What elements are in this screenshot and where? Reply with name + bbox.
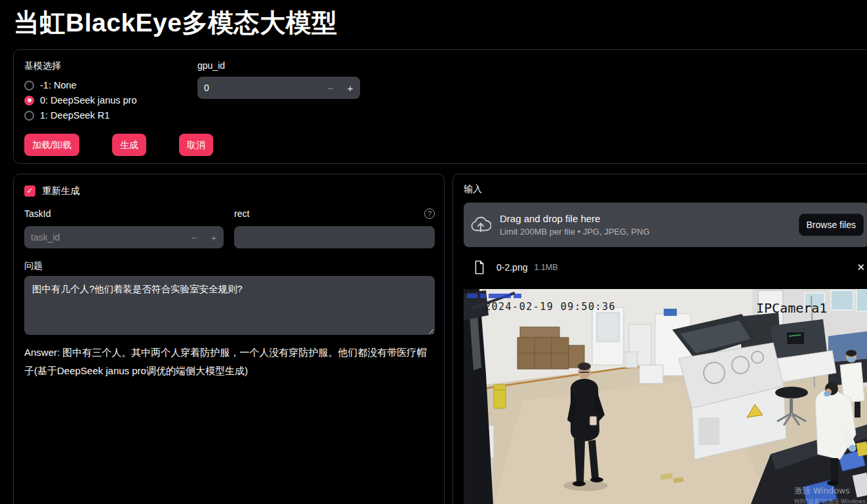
file-size: 1.1MB	[534, 263, 557, 272]
gpu-id-stepper: − +	[197, 77, 360, 99]
action-button-row: 加载/卸载 生成 取消	[24, 134, 213, 156]
file-document-icon	[474, 260, 485, 275]
model-config-panel: 基模选择 -1: None 0: DeepSeek janus pro 1: D…	[13, 49, 867, 164]
yellow-bin	[494, 385, 506, 408]
dropzone-text: Drag and drop file here Limit 200MB per …	[500, 213, 650, 237]
base-model-label: 基模选择	[24, 60, 61, 72]
radio-option-r1[interactable]: 1: DeepSeek R1	[24, 109, 137, 121]
app-root: 当虹BlackEye多模态大模型 基模选择 -1: None 0: DeepSe…	[0, 0, 867, 504]
radio-icon[interactable]	[24, 81, 34, 90]
remove-file-button[interactable]: ✕	[857, 262, 865, 273]
gpu-id-decrement-button[interactable]: −	[321, 83, 340, 94]
radio-option-none[interactable]: -1: None	[24, 79, 137, 91]
radio-label: 1: DeepSeek R1	[40, 110, 110, 121]
task-id-field: TaskId − +	[24, 207, 224, 248]
gpu-id-increment-button[interactable]: +	[340, 83, 360, 94]
base-model-radio-group: -1: None 0: DeepSeek janus pro 1: DeepSe…	[24, 79, 137, 121]
checkbox-checked-icon[interactable]: ✓	[24, 185, 35, 197]
uploaded-file-row: 0-2.png 1.1MB ✕	[464, 258, 867, 277]
rect-field: rect ?	[234, 207, 435, 248]
windows-watermark-line2: 转到“设置”以激活 Windows。	[794, 498, 867, 504]
gpu-id-input[interactable]	[197, 83, 321, 93]
uploaded-image-preview: 2024-02-19 09:50:36 IPCamera1 激活 Windows…	[464, 289, 867, 504]
browse-files-button[interactable]: Browse files	[799, 214, 864, 236]
regenerate-checkbox-row[interactable]: ✓ 重新生成	[24, 185, 80, 197]
cancel-button[interactable]: 取消	[179, 134, 213, 156]
question-textarea[interactable]: 图中有几个人?他们着装是否符合实验室安全规则?	[24, 276, 435, 335]
answer-text: Answer: 图中有三个人。其中两个人穿着防护服，一个人没有穿防护服。他们都没…	[24, 343, 434, 380]
input-panel-label: 输入	[464, 184, 482, 195]
dropzone-title: Drag and drop file here	[500, 213, 650, 224]
cctv-timestamp: 2024-02-19 09:50:36	[485, 301, 616, 313]
help-icon[interactable]: ?	[424, 208, 435, 219]
task-id-decrement-button[interactable]: −	[184, 232, 204, 243]
regenerate-checkbox-label: 重新生成	[42, 185, 80, 197]
task-id-input[interactable]	[24, 232, 184, 242]
rect-input[interactable]	[234, 226, 435, 248]
question-label: 问题	[24, 260, 43, 272]
camera-name-label: IPCamera1	[756, 300, 827, 316]
rect-label: rect	[234, 208, 249, 219]
page-title: 当虹BlackEye多模态大模型	[14, 5, 337, 41]
input-panel: 输入 Drag and drop file here Limit 200MB p…	[453, 174, 867, 504]
radio-icon-selected[interactable]	[24, 96, 34, 106]
radio-option-janus-pro[interactable]: 0: DeepSeek janus pro	[24, 94, 137, 106]
load-unload-button[interactable]: 加载/卸载	[24, 134, 79, 156]
task-id-increment-button[interactable]: +	[204, 232, 224, 243]
radio-icon[interactable]	[24, 111, 34, 121]
task-id-stepper: − +	[24, 226, 224, 248]
lab-cctv-image: 2024-02-19 09:50:36 IPCamera1 激活 Windows…	[464, 289, 867, 504]
task-id-label: TaskId	[24, 208, 50, 219]
query-panel: ✓ 重新生成 TaskId − + rect ? 问题 图中有几个人?他们着装是…	[13, 174, 445, 504]
generate-button[interactable]: 生成	[112, 134, 146, 156]
upload-dropzone[interactable]: Drag and drop file here Limit 200MB per …	[464, 203, 867, 247]
radio-label: 0: DeepSeek janus pro	[40, 95, 137, 106]
file-name: 0-2.png	[496, 262, 527, 273]
windows-watermark-line1: 激活 Windows	[794, 486, 850, 495]
radio-label: -1: None	[40, 80, 77, 90]
gpu-id-block: gpu_id − +	[197, 60, 360, 99]
gpu-id-label: gpu_id	[197, 60, 360, 71]
cloud-upload-icon	[470, 216, 491, 233]
dropzone-limit: Limit 200MB per file • JPG, JPEG, PNG	[500, 227, 650, 237]
